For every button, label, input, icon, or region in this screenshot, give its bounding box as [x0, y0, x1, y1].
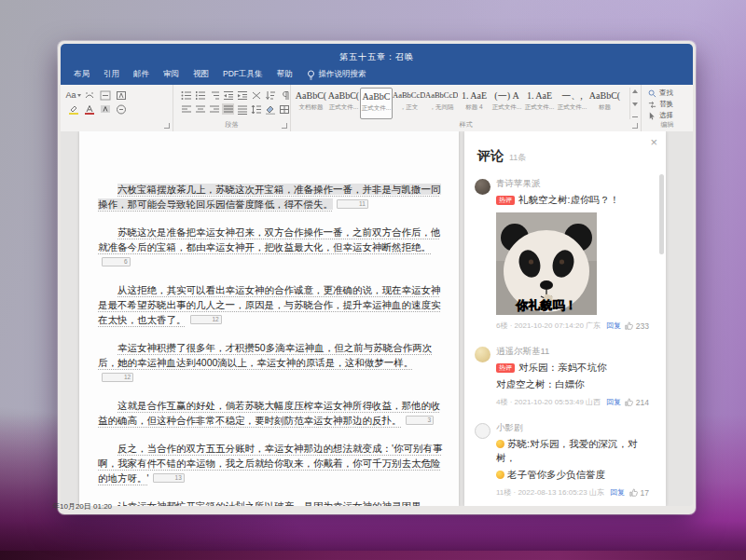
multilevel-list-button[interactable]: [208, 89, 220, 101]
word-window: 第五十五章：召唤 布局 引用 邮件 审阅 视图 PDF工具集 帮助 操作说明搜索…: [58, 41, 696, 514]
paragraph: 反之，当合作的双方五五分账时，幸运女神那边的想法就变成：'你可别有事啊，我家有件…: [98, 441, 444, 485]
style-item[interactable]: AaBbCcDi，无间隔: [425, 88, 458, 119]
thumbs-up-icon: [625, 321, 633, 330]
styles-gallery-scroll[interactable]: [629, 88, 639, 119]
paragraph-group-label: 段落: [173, 120, 290, 130]
like-count: 17: [641, 488, 649, 498]
character-border-button[interactable]: [115, 89, 127, 101]
justify-button[interactable]: [222, 103, 234, 115]
paragraph-dialog-launcher[interactable]: [282, 123, 287, 129]
like-button[interactable]: 233: [625, 321, 649, 331]
tab-layout[interactable]: 布局: [74, 69, 90, 80]
distribute-button[interactable]: [236, 103, 248, 115]
ribbon-tab-bar: 布局 引用 邮件 审阅 视图 PDF工具集 帮助 操作说明搜索: [74, 69, 366, 80]
gallery-up-icon[interactable]: [632, 89, 638, 93]
avatar[interactable]: [475, 423, 490, 439]
reply-link[interactable]: 回复: [606, 397, 621, 407]
font-group: Aa: [61, 85, 173, 131]
tab-review[interactable]: 审阅: [163, 69, 179, 80]
show-paragraph-marks-button[interactable]: [278, 89, 290, 101]
like-count: 214: [636, 398, 649, 407]
comment-count-badge[interactable]: 12: [102, 373, 133, 382]
avatar[interactable]: [475, 347, 490, 362]
paragraph-group: 段落: [173, 85, 291, 131]
tab-references[interactable]: 引用: [104, 69, 119, 80]
background-bottom-band: [0, 551, 746, 560]
style-item[interactable]: 1. AaE正式文件...: [523, 88, 556, 119]
select-button[interactable]: 选择: [648, 111, 673, 120]
style-item[interactable]: 1. AaE标题 4: [458, 88, 490, 119]
comment-count-badge[interactable]: 13: [153, 473, 185, 483]
enclose-characters-button[interactable]: [115, 103, 127, 115]
comment-text: 热评对乐园：亲妈不坑你: [496, 361, 649, 375]
reply-link[interactable]: 回复: [606, 321, 621, 331]
tell-me-search[interactable]: 操作说明搜索: [307, 69, 366, 80]
like-button[interactable]: 17: [629, 488, 649, 498]
gallery-down-icon[interactable]: [632, 102, 638, 106]
paragraph: 这就是合作互赢的好处，倘若苏晓大幅度压榨幸运女神所得收益，那他的收益的确高，但这…: [98, 398, 444, 428]
comment-meta: 6楼 · 2021-10-20 07:14:20 广东 回复 233: [496, 321, 649, 331]
document-page[interactable]: 六枚宝箱摆放茶几上，苏晓这次开宝箱，准备操作一番，并非是与凯撒一同操作，那可能会…: [79, 131, 459, 506]
style-item[interactable]: (一) A正式文件...: [490, 88, 523, 119]
style-item[interactable]: AaBbC(正式文件...: [327, 88, 360, 119]
style-item[interactable]: AaBbC(标题: [588, 88, 621, 119]
comment-count-badge[interactable]: 3: [406, 416, 435, 425]
commenter-name: 逍遥尔斯基11: [496, 345, 649, 358]
shading-button[interactable]: [264, 103, 276, 115]
panda-meme-image[interactable]: 你礼貌吗！: [496, 212, 597, 315]
emoji-icon: [496, 440, 504, 448]
style-item[interactable]: 一、,正式文件...: [556, 88, 588, 119]
align-left-button[interactable]: [180, 103, 192, 115]
align-center-button[interactable]: [194, 103, 206, 115]
character-scaling-button[interactable]: [99, 89, 111, 101]
ribbon: Aa: [61, 85, 693, 132]
comment-item: 逍遥尔斯基11 热评对乐园：亲妈不坑你 对虚空之树：白嫖你 4楼 · 2021-…: [464, 338, 666, 415]
decrease-indent-button[interactable]: [222, 89, 234, 101]
like-button[interactable]: 214: [625, 398, 649, 407]
style-item[interactable]: AaBbCcDi，正文: [393, 88, 425, 119]
line-spacing-button[interactable]: [250, 103, 262, 115]
reply-link[interactable]: 回复: [610, 487, 625, 498]
style-item[interactable]: AaBbC(文档标题: [295, 88, 327, 119]
comment-item: 王老夫子22: [464, 505, 666, 506]
bullets-button[interactable]: [180, 89, 192, 101]
change-case-button[interactable]: Aa: [67, 89, 79, 101]
comment-text: 老子管你多少负信誉度: [496, 468, 649, 482]
comment-count-badge[interactable]: 12: [190, 315, 222, 324]
paragraph: 苏晓这次是准备把幸运女神召来，双方合作操作一番，之前双方合作后，他就准备今后的宝…: [98, 225, 444, 269]
character-shading-button[interactable]: [99, 103, 111, 115]
comment-meta: 4楼 · 2021-10-20 05:53:49 山西 回复 214: [496, 397, 649, 407]
asian-layout-button[interactable]: [250, 89, 262, 101]
increase-indent-button[interactable]: [236, 89, 248, 101]
avatar[interactable]: [475, 179, 490, 195]
replace-button[interactable]: 替换: [648, 100, 673, 109]
comment-item: 青诗苹果派 热评礼貌空之树:虚你吗？！ 你礼貌吗！: [464, 171, 666, 338]
align-right-button[interactable]: [208, 103, 220, 115]
document-title: 第五十五章：召唤: [61, 51, 693, 63]
tab-pdf-tools[interactable]: PDF工具集: [223, 69, 263, 80]
styles-dialog-launcher[interactable]: [632, 123, 638, 129]
search-icon: [648, 89, 656, 98]
styles-group: AaBbC(文档标题 AaBbC(正式文件... AaBbC正式文件... Aa…: [291, 85, 642, 131]
hot-comment-badge: 热评: [496, 363, 515, 373]
comment-text: 热评礼貌空之树:虚你吗？！: [496, 193, 649, 207]
text-highlight-button[interactable]: [67, 103, 79, 115]
comment-count-badge[interactable]: 11: [337, 199, 368, 209]
scrollbar-thumb[interactable]: [659, 174, 664, 254]
sort-button[interactable]: [264, 89, 276, 101]
style-item-selected[interactable]: AaBbC正式文件...: [360, 88, 393, 119]
tab-help[interactable]: 帮助: [277, 69, 293, 80]
close-icon[interactable]: ×: [650, 136, 657, 148]
tab-view[interactable]: 视图: [193, 69, 209, 80]
gallery-expand-icon[interactable]: [632, 116, 638, 118]
font-dialog-launcher[interactable]: [164, 123, 170, 129]
comments-scrollbar[interactable]: [659, 172, 665, 502]
phonetic-guide-button[interactable]: [83, 89, 95, 101]
borders-button[interactable]: [278, 103, 290, 115]
comment-count-badge[interactable]: 6: [102, 257, 131, 266]
hot-comment-badge: 热评: [496, 196, 515, 205]
tab-mailings[interactable]: 邮件: [133, 69, 149, 80]
font-color-button[interactable]: [83, 103, 95, 115]
find-button[interactable]: 查找: [648, 89, 673, 98]
numbering-button[interactable]: [194, 89, 206, 101]
